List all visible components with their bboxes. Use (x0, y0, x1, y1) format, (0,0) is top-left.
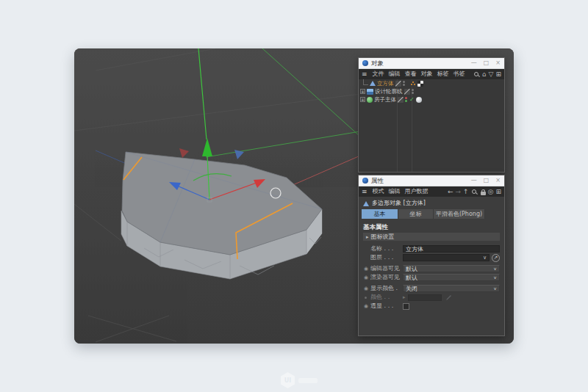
name-label: 名称 . . . (370, 245, 403, 253)
hamburger-icon[interactable]: ≡ (362, 70, 368, 78)
object-name-outline[interactable]: 设计轮廓线 (375, 88, 403, 95)
layer-dropdown[interactable]: ∨ (403, 254, 490, 261)
visibility-toggles[interactable] (403, 81, 406, 86)
object-name-house[interactable]: 房子主体 (374, 96, 396, 103)
field-row-editor-visible: ◉ 编辑器可见 默认 ∨ (359, 264, 504, 273)
watermark-badge: UI (280, 372, 295, 388)
display-color-dropdown[interactable]: 关闭 ∨ (403, 285, 500, 292)
minimize-icon[interactable]: — (471, 59, 477, 67)
add-icon[interactable]: ⊞ (495, 70, 501, 78)
layer-edit-icon[interactable] (395, 81, 401, 87)
visibility-toggles[interactable] (412, 89, 415, 94)
tab-coordinates[interactable]: 坐标 (398, 209, 434, 219)
animation-dot-icon[interactable]: ◉ (362, 286, 370, 292)
attributes-titlebar[interactable]: 属性 — □ × (359, 175, 504, 186)
object-list: 立方体 + 设计轮廓线 + 房子主体 ✓ (359, 79, 504, 172)
phong-check-icon[interactable]: ✓ (409, 97, 415, 103)
add-icon[interactable]: ⊞ (495, 188, 501, 195)
attribute-tabs: 基本 坐标 平滑着色(Phong) (362, 209, 501, 219)
color-label: 颜色 . . (370, 294, 403, 301)
expand-icon[interactable]: + (360, 97, 365, 102)
minimize-icon[interactable]: — (471, 177, 477, 184)
field-row-renderer-visible: ◉ 渲染器可见 默认 ∨ (359, 273, 504, 282)
material-tag-icon[interactable] (416, 97, 422, 103)
search-icon[interactable] (473, 71, 480, 78)
chevron-down-icon: ∨ (493, 286, 497, 291)
selection-tag-icon[interactable] (410, 81, 416, 87)
objects-panel-title: 对象 (371, 59, 465, 67)
polygon-object-icon (363, 201, 369, 206)
forward-icon[interactable]: → (456, 188, 462, 195)
layer-label: 图层 . . . (370, 254, 403, 261)
menu-item-view[interactable]: 查看 (403, 70, 419, 78)
renderer-visible-label: 渲染器可见 (370, 274, 403, 281)
field-row-xray: ◉ 透显 . . . (359, 302, 504, 311)
record-icon[interactable]: ◎ (488, 188, 494, 195)
name-input[interactable] (403, 245, 500, 253)
color-swatch[interactable] (408, 294, 442, 301)
layer-edit-icon[interactable] (404, 89, 410, 95)
tree-branch-icon (363, 79, 368, 85)
icon-settings-group[interactable]: ▸ 图标设置 (363, 233, 500, 241)
field-row-name: 名称 . . . (359, 244, 504, 253)
renderer-visible-dropdown[interactable]: 默认 ∨ (403, 274, 500, 281)
layer-browser-button[interactable]: ↗ (492, 254, 500, 262)
pen-icon[interactable] (445, 294, 452, 301)
xray-checkbox[interactable] (403, 303, 409, 310)
attributes-menubar: ≡ 模式 编辑 用户数据 ← → ↑ ◎ ⊞ (359, 186, 504, 197)
menu-item-file[interactable]: 文件 (370, 70, 387, 78)
app-icon (362, 60, 368, 66)
object-row-outline[interactable]: + 设计轮廓线 (359, 87, 504, 95)
desktop-background: 对象 — □ × ≡ 文件 编辑 查看 对象 标签 书签 ⌂ ▽ ⊞ 立方体 (0, 0, 588, 392)
chevron-down-icon: ∨ (483, 255, 487, 261)
attributes-panel-title: 属性 (371, 177, 465, 184)
home-icon[interactable]: ⌂ (482, 70, 487, 78)
menu-item-user-data[interactable]: 用户数据 (403, 188, 431, 195)
maximize-icon[interactable]: □ (484, 177, 490, 184)
field-row-display-color: ◉ 显示颜色 . 关闭 ∨ (359, 284, 504, 293)
menu-item-edit[interactable]: 编辑 (387, 70, 403, 78)
polygon-object-icon (370, 81, 376, 86)
display-color-label: 显示颜色 . (370, 285, 403, 292)
lock-icon[interactable] (481, 192, 486, 195)
object-row-cube[interactable]: 立方体 (359, 79, 504, 87)
search-icon[interactable] (471, 189, 478, 195)
filter-icon[interactable]: ▽ (489, 70, 494, 78)
layer-edit-icon[interactable] (398, 97, 404, 103)
up-icon[interactable]: ↑ (463, 188, 469, 195)
object-row-house[interactable]: + 房子主体 ✓ (359, 95, 504, 104)
section-title: 基本属性 (363, 223, 504, 231)
objects-panel: 对象 — □ × ≡ 文件 编辑 查看 对象 标签 书签 ⌂ ▽ ⊞ 立方体 (358, 57, 505, 173)
menu-item-tags[interactable]: 标签 (435, 70, 451, 78)
back-icon[interactable]: ← (448, 188, 453, 195)
expand-icon[interactable]: + (360, 89, 365, 94)
maximize-icon[interactable]: □ (484, 59, 490, 67)
menu-item-mode[interactable]: 模式 (370, 188, 387, 195)
tab-phong[interactable]: 平滑着色(Phong) (434, 209, 485, 219)
visibility-toggles[interactable] (405, 97, 408, 102)
object-header-text: 多边形对象 [立方体] (372, 200, 426, 207)
xray-label: 透显 . . . (370, 302, 403, 310)
uvw-tag-icon[interactable] (417, 81, 423, 87)
editor-visible-value: 默认 (406, 265, 417, 273)
hamburger-icon[interactable]: ≡ (362, 188, 368, 195)
animation-dot-icon[interactable]: ◉ (362, 275, 370, 281)
animation-dot-icon[interactable]: ◉ (362, 303, 370, 310)
object-name-cube[interactable]: 立方体 (377, 80, 394, 87)
menu-item-objects[interactable]: 对象 (419, 70, 435, 78)
objects-titlebar[interactable]: 对象 — □ × (359, 58, 504, 69)
sphere-object-icon (367, 97, 373, 103)
field-row-color: 颜色 . . ▸ (359, 293, 504, 302)
disabled-dot-icon (365, 297, 367, 299)
close-icon[interactable]: × (495, 59, 501, 67)
menu-item-edit[interactable]: 编辑 (387, 188, 403, 195)
editor-visible-dropdown[interactable]: 默认 ∨ (403, 265, 500, 272)
watermark-text-shape (298, 378, 318, 383)
animation-dot-icon[interactable]: ◉ (362, 266, 370, 272)
field-row-layer: 图层 . . . ∨ ↗ (359, 253, 504, 262)
menu-item-bookmarks[interactable]: 书签 (451, 70, 467, 78)
tab-basic[interactable]: 基本 (362, 209, 398, 219)
close-icon[interactable]: × (495, 177, 501, 184)
chevron-down-icon: ∨ (493, 275, 497, 280)
renderer-visible-value: 默认 (406, 274, 417, 282)
